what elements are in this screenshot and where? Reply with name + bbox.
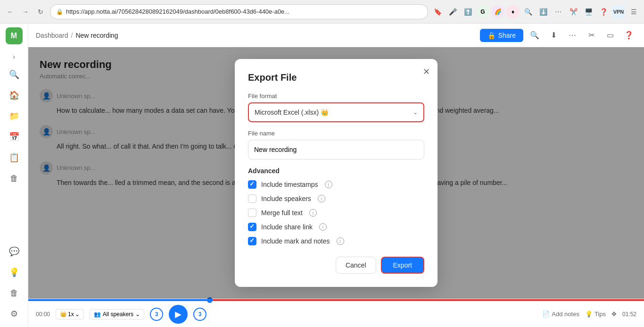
chevron-down-icon: ⌄ — [413, 109, 418, 116]
mark-notes-info-icon[interactable]: i — [337, 237, 344, 245]
forward-button[interactable]: → — [19, 5, 32, 18]
content-area: New recording Automatic correc... 👤 Unkn… — [28, 47, 644, 299]
browser-chrome: ← → ↻ 🔒 https://app.notta.ai/70562842808… — [0, 0, 644, 24]
file-format-value: Microsoft Excel (.xlsx) 👑 — [255, 109, 329, 116]
progress-bar-fill — [28, 299, 644, 301]
sidebar-chat-button[interactable]: 💬 — [6, 243, 23, 260]
modal-title: Export File — [248, 72, 424, 83]
include-mark-notes-label: Include mark and notes — [261, 237, 330, 245]
share-ext-button[interactable]: ⬆️ — [461, 5, 474, 18]
search-top-button[interactable]: 🔍 — [527, 28, 542, 43]
time-end: 01:52 — [622, 311, 636, 318]
main-content: Dashboard / New recording 🔒 Share 🔍 ⬇ ⋯ … — [28, 24, 644, 327]
help-button[interactable]: ❓ — [597, 5, 610, 18]
share-link-info-icon[interactable]: i — [319, 223, 327, 231]
app-container: M › 🔍 🏠 📁 📅 📋 🗑 💬 💡 🗑 ⚙ Dashboard / New … — [0, 24, 644, 327]
monitor-button[interactable]: 🖥️ — [582, 5, 595, 18]
share-button[interactable]: 🔒 Share — [480, 29, 523, 42]
chapter-badge-left[interactable]: 3 — [150, 308, 163, 321]
include-share-link-checkbox[interactable] — [248, 223, 256, 231]
file-format-label: File format — [248, 92, 424, 100]
search-button[interactable]: 🔍 — [521, 5, 535, 18]
include-mark-notes-checkbox[interactable] — [248, 237, 256, 245]
sidebar-folder-button[interactable]: 📁 — [6, 108, 23, 125]
include-timestamps-checkbox[interactable] — [248, 180, 256, 189]
google-ext-icon: G — [476, 5, 489, 18]
download-top-button[interactable]: ⬇ — [546, 28, 561, 43]
back-button[interactable]: ← — [4, 5, 17, 18]
sidebar-search-button[interactable]: 🔍 — [6, 66, 23, 83]
sidebar-idea-button[interactable]: 💡 — [6, 264, 23, 281]
checkbox-row-merge-full-text: Merge full text i — [248, 209, 424, 217]
more-button[interactable]: ⋯ — [552, 5, 565, 18]
sidebar-toggle-button[interactable]: › — [8, 50, 21, 63]
add-notes-button[interactable]: 📄 Add notes — [542, 310, 579, 318]
refresh-button[interactable]: ↻ — [34, 5, 47, 18]
breadcrumb-home[interactable]: Dashboard — [36, 32, 68, 39]
checkbox-row-timestamps: Include timestamps i — [248, 180, 424, 189]
download-button[interactable]: ⬇️ — [537, 5, 550, 18]
file-name-input[interactable] — [248, 140, 424, 159]
speed-value: 1x — [68, 311, 74, 318]
merge-full-text-label: Merge full text — [261, 209, 303, 217]
speed-button[interactable]: 👑 1x ⌄ — [56, 309, 84, 319]
breadcrumb-separator: / — [71, 32, 73, 39]
sidebar-settings-button[interactable]: ⚙ — [6, 305, 23, 322]
play-button[interactable]: ▶ — [169, 305, 188, 324]
avatar[interactable]: M — [6, 27, 23, 44]
lock-icon: 🔒 — [56, 8, 63, 15]
speakers-info-icon[interactable]: i — [318, 195, 325, 202]
browser-nav: ← → ↻ — [4, 5, 47, 18]
fullscreen-button[interactable]: ✥ — [611, 310, 617, 318]
colorful-ext-icon: 🌈 — [491, 5, 504, 18]
checkbox-row-share-link: Include share link i — [248, 223, 424, 231]
include-speakers-checkbox[interactable] — [248, 194, 256, 203]
time-start: 00:00 — [36, 311, 50, 318]
slash-button[interactable]: ✂️ — [567, 5, 580, 18]
breadcrumb: Dashboard / New recording — [36, 32, 476, 39]
top-actions: 🔒 Share 🔍 ⬇ ⋯ ✂ ▭ ❓ — [480, 28, 636, 43]
mic-button[interactable]: 🎤 — [446, 5, 459, 18]
browser-actions: 🔖 🎤 ⬆️ G 🌈 ♦ 🔍 ⬇️ ⋯ ✂️ 🖥️ ❓ VPN ☰ — [431, 5, 640, 18]
bookmark-button[interactable]: 🔖 — [431, 5, 444, 18]
sidebar: M › 🔍 🏠 📁 📅 📋 🗑 💬 💡 🗑 ⚙ — [0, 24, 28, 327]
player-controls: 00:00 👑 1x ⌄ 👥 All speakers ⌄ 3 ▶ 3 📄 — [28, 301, 644, 327]
speakers-chevron-icon: ⌄ — [135, 311, 140, 318]
include-share-link-label: Include share link — [261, 223, 313, 231]
checkbox-row-mark-notes: Include mark and notes i — [248, 237, 424, 245]
tips-button[interactable]: 💡 Tips — [585, 310, 606, 318]
include-speakers-label: Include speakers — [261, 195, 311, 202]
help-top-button[interactable]: ❓ — [621, 28, 636, 43]
sidebar-delete-button[interactable]: 🗑 — [6, 285, 23, 302]
share-label: Share — [498, 32, 516, 39]
progress-bar[interactable] — [28, 299, 644, 301]
sidebar-notes-button[interactable]: 📋 — [6, 149, 23, 166]
speakers-button[interactable]: 👥 All speakers ⌄ — [90, 309, 144, 319]
player-right: 📄 Add notes 💡 Tips ✥ 01:52 — [542, 310, 636, 318]
crown-speed-icon: 👑 — [60, 311, 67, 318]
cancel-button[interactable]: Cancel — [336, 257, 376, 274]
sidebar-calendar-button[interactable]: 📅 — [6, 128, 23, 145]
menu-button[interactable]: ☰ — [627, 5, 640, 18]
chapter-badge-right[interactable]: 3 — [193, 308, 206, 321]
url-text: https://app.notta.ai/7056284280892162049… — [66, 8, 289, 15]
export-button[interactable]: Export — [381, 257, 424, 274]
file-format-select[interactable]: Microsoft Excel (.xlsx) 👑 ⌄ — [248, 102, 424, 122]
pink-ext-icon: ♦ — [506, 5, 520, 18]
modal-close-button[interactable]: ✕ — [423, 67, 430, 77]
sidebar-trash-button[interactable]: 🗑 — [6, 170, 23, 187]
screen-top-button[interactable]: ▭ — [603, 28, 618, 43]
speakers-value: All speakers — [103, 311, 133, 318]
bottom-bar: 00:00 👑 1x ⌄ 👥 All speakers ⌄ 3 ▶ 3 📄 — [28, 299, 644, 327]
cut-top-button[interactable]: ✂ — [584, 28, 599, 43]
file-format-select-wrapper: Microsoft Excel (.xlsx) 👑 ⌄ — [248, 102, 424, 122]
file-name-label: File name — [248, 130, 424, 137]
merge-full-text-checkbox[interactable] — [248, 209, 256, 217]
merge-info-icon[interactable]: i — [309, 209, 317, 217]
more-top-button[interactable]: ⋯ — [565, 28, 580, 43]
sidebar-home-button[interactable]: 🏠 — [6, 87, 23, 104]
address-bar[interactable]: 🔒 https://app.notta.ai/70562842808921620… — [50, 4, 428, 19]
tips-label: Tips — [594, 310, 606, 318]
speed-chevron-icon: ⌄ — [75, 311, 80, 318]
timestamps-info-icon[interactable]: i — [325, 181, 332, 188]
